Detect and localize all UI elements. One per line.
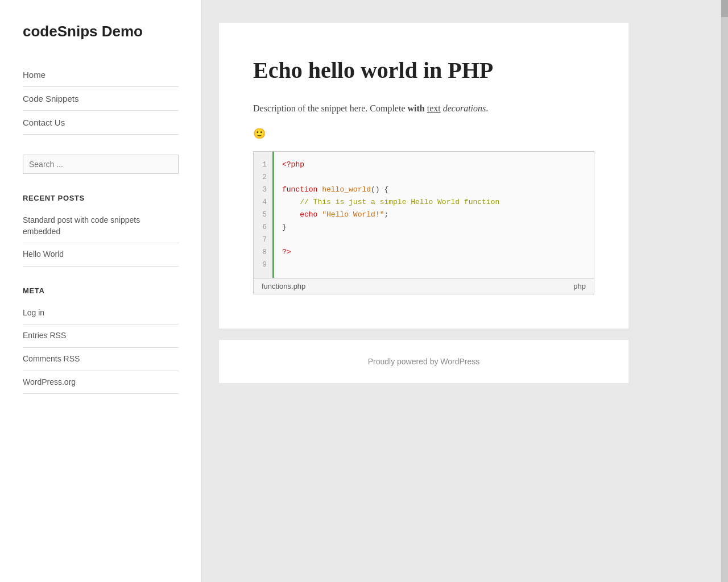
code-line: <?php	[282, 159, 586, 171]
post-card: Echo hello world in PHP Description of t…	[219, 23, 628, 329]
code-filename: functions.php	[262, 282, 305, 290]
code-line: ?>	[282, 246, 586, 259]
desc-italic: decorations	[443, 103, 486, 113]
desc-plain: Description of the snippet here. Complet…	[253, 103, 407, 113]
line-number: 1	[259, 159, 267, 171]
nav-link[interactable]: Contact Us	[23, 111, 179, 134]
meta-link[interactable]: WordPress.org	[23, 371, 179, 394]
nav-link[interactable]: Home	[23, 63, 179, 86]
desc-bold: with	[407, 103, 424, 113]
line-number: 2	[259, 171, 267, 184]
code-body: 123456789 <?php function hello_world() {…	[254, 152, 594, 278]
main-nav: HomeCode SnippetsContact Us	[23, 63, 179, 135]
code-token-keyword: echo	[300, 210, 322, 219]
code-token-keyword: function	[282, 185, 322, 194]
desc-end: .	[486, 103, 488, 113]
meta-link[interactable]: Comments RSS	[23, 348, 179, 371]
code-token-comment: // This is just a simple Hello World fun…	[300, 198, 499, 206]
recent-post-item: Hello World	[23, 243, 179, 267]
recent-posts-section: RECENT POSTS Standard post with code sni…	[23, 194, 179, 267]
line-number: 4	[259, 196, 267, 209]
code-line	[282, 259, 586, 271]
scrollbar-track[interactable]	[721, 0, 728, 582]
code-line	[282, 234, 586, 246]
line-numbers: 123456789	[254, 152, 274, 278]
code-block: 123456789 <?php function hello_world() {…	[253, 151, 594, 295]
line-number: 5	[259, 209, 267, 221]
sidebar: codeSnips Demo HomeCode SnippetsContact …	[0, 0, 202, 582]
meta-item: WordPress.org	[23, 371, 179, 394]
post-emoji: 🙂	[253, 127, 594, 140]
code-line: echo "Hello World!";	[282, 209, 586, 221]
code-token-default: ;	[384, 210, 388, 219]
line-number: 7	[259, 234, 267, 246]
code-token-function: hello_world	[322, 185, 371, 194]
main-content: Echo hello world in PHP Description of t…	[202, 0, 728, 582]
meta-item: Log in	[23, 302, 179, 325]
code-token-keyword: <?php	[282, 160, 304, 169]
code-token-default: () {	[371, 185, 388, 194]
code-footer: functions.php php	[254, 278, 594, 294]
code-token-default	[282, 198, 300, 206]
code-token-string: "Hello World!"	[322, 210, 384, 219]
line-number: 6	[259, 221, 267, 234]
meta-item: Comments RSS	[23, 348, 179, 371]
code-language: php	[573, 282, 586, 290]
code-content: <?php function hello_world() { // This i…	[274, 152, 594, 278]
post-description: Description of the snippet here. Complet…	[253, 101, 594, 116]
meta-link[interactable]: Log in	[23, 302, 179, 325]
line-number: 9	[259, 259, 267, 271]
code-line	[282, 171, 586, 184]
post-title: Echo hello world in PHP	[253, 57, 594, 84]
search-section	[23, 155, 179, 174]
line-number: 8	[259, 246, 267, 259]
desc-underline: text	[427, 103, 441, 113]
scrollbar-thumb[interactable]	[721, 0, 728, 17]
code-line: // This is just a simple Hello World fun…	[282, 196, 586, 209]
recent-post-item: Standard post with code snippets embedde…	[23, 209, 179, 243]
meta-section: META Log inEntries RSSComments RSSWordPr…	[23, 286, 179, 394]
code-token-default: }	[282, 223, 287, 231]
code-line: function hello_world() {	[282, 184, 586, 196]
nav-item: Home	[23, 63, 179, 87]
recent-post-link[interactable]: Hello World	[23, 243, 179, 266]
code-token-default	[282, 210, 300, 219]
footer-text: Proudly powered by WordPress	[368, 357, 480, 366]
code-token-keyword: ?>	[282, 248, 291, 256]
meta-item: Entries RSS	[23, 325, 179, 348]
recent-post-link[interactable]: Standard post with code snippets embedde…	[23, 209, 179, 243]
meta-title: META	[23, 286, 179, 295]
search-input[interactable]	[23, 155, 179, 174]
meta-link[interactable]: Entries RSS	[23, 325, 179, 347]
site-footer: Proudly powered by WordPress	[219, 340, 628, 383]
recent-posts-title: RECENT POSTS	[23, 194, 179, 202]
nav-link[interactable]: Code Snippets	[23, 87, 179, 110]
nav-item: Contact Us	[23, 111, 179, 135]
code-line: }	[282, 221, 586, 234]
nav-item: Code Snippets	[23, 87, 179, 111]
site-title: codeSnips Demo	[23, 23, 179, 40]
line-number: 3	[259, 184, 267, 196]
